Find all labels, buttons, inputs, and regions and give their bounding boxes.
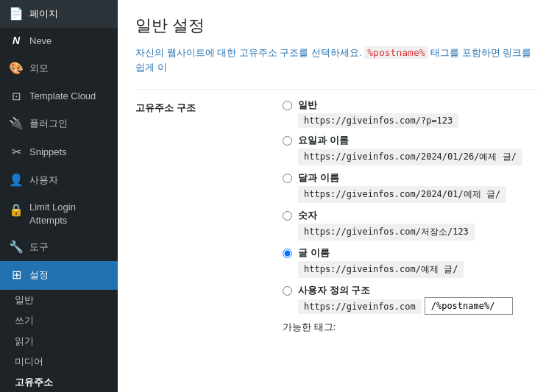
sidebar-item-limit-login[interactable]: 🔒 Limit Login Attempts [0,195,118,233]
postname-tag: %postname% [364,46,427,59]
submenu-item-writing[interactable]: 쓰기 [0,310,118,331]
sidebar-item-plugins[interactable]: 🔌 플러그인 [0,110,118,138]
radio-day-name[interactable] [283,136,292,146]
sidebar-item-page[interactable]: 📄 페이지 [0,0,118,28]
radio-option-plain: 일반 https://giveinfos.com/?p=123 [283,99,539,128]
radio-plain[interactable] [283,101,292,110]
submenu-item-permalink[interactable]: 고유주소 [0,372,118,392]
settings-icon: ⊞ [9,267,24,283]
limit-login-icon: 🔒 [9,202,24,218]
sidebar-item-snippets[interactable]: ✂ Snippets [0,138,118,166]
page-icon: 📄 [9,6,24,22]
main-content: 일반 설정 자신의 웹사이트에 대한 고유주소 구조를 선택하세요. %post… [118,0,557,392]
submenu-item-general[interactable]: 일반 [0,290,118,310]
radio-option-post-name: 글 이름 https://giveinfos.com/예제 글/ [283,246,539,278]
sidebar-item-neve[interactable]: N Neve [0,28,118,54]
radio-postname-label[interactable]: 글 이름 [298,247,330,258]
radio-numeric[interactable] [283,211,292,221]
submenu-item-media[interactable]: 미디어 [0,352,118,372]
radio-postname-url: https://giveinfos.com/예제 글/ [298,261,464,278]
radio-plain-label[interactable]: 일반 [298,99,317,110]
permalink-structure-label: 고유주소 구조 [135,99,283,115]
radio-day-label[interactable]: 요일과 이름 [298,135,349,146]
sidebar-item-tools[interactable]: 🔧 도구 [0,233,118,261]
radio-month-label[interactable]: 달과 이름 [298,172,339,183]
radio-numeric-url: https://giveinfos.com/저장소/123 [298,224,475,240]
permalink-structure-row: 고유주소 구조 일반 https://giveinfos.com/?p=123 … [135,89,539,343]
page-description: 자신의 웹사이트에 대한 고유주소 구조를 선택하세요. %postname% … [135,46,539,74]
custom-url-row: https://giveinfos.com [298,297,513,315]
permalink-options: 일반 https://giveinfos.com/?p=123 요일과 이름 h… [283,99,539,334]
users-icon: 👤 [9,172,24,188]
template-cloud-icon: ⊡ [9,88,24,104]
appearance-icon: 🎨 [9,60,24,76]
radio-option-day-name: 요일과 이름 https://giveinfos.com/2024/01/26/… [283,134,539,165]
radio-day-url: https://giveinfos.com/2024/01/26/예제 글/ [298,149,522,165]
radio-option-numeric: 숫자 https://giveinfos.com/저장소/123 [283,209,539,240]
submenu-item-reading[interactable]: 읽기 [0,331,118,352]
page-title: 일반 설정 [135,15,539,37]
radio-custom[interactable] [283,286,292,296]
radio-month-url: https://giveinfos.com/2024/01/예제 글/ [298,186,506,203]
radio-option-month-name: 달과 이름 https://giveinfos.com/2024/01/예제 글… [283,171,539,203]
sidebar-item-template-cloud[interactable]: ⊡ Template Cloud [0,82,118,110]
radio-custom-base-url: https://giveinfos.com [298,299,422,314]
sidebar-item-appearance[interactable]: 🎨 외모 [0,54,118,82]
radio-post-name[interactable] [283,249,292,258]
radio-option-custom: 사용자 정의 구조 https://giveinfos.com [283,284,539,315]
settings-submenu: 일반 쓰기 읽기 미디어 고유주소 개인정보 보호 [0,290,118,392]
neve-icon: N [9,34,24,49]
tags-label: 가능한 태그: [283,321,539,334]
tools-icon: 🔧 [9,239,24,255]
plugins-icon: 🔌 [9,115,24,132]
radio-custom-label[interactable]: 사용자 정의 구조 [298,285,370,296]
radio-month-name[interactable] [283,174,292,183]
custom-structure-input[interactable] [425,297,513,315]
snippets-icon: ✂ [9,144,24,160]
radio-plain-url: https://giveinfos.com/?p=123 [298,113,458,128]
radio-numeric-label[interactable]: 숫자 [298,210,317,221]
sidebar-item-settings[interactable]: ⊞ 설정 [0,261,118,289]
sidebar: 📄 페이지 N Neve 🎨 외모 ⊡ Template Cloud 🔌 플러그… [0,0,118,392]
sidebar-item-users[interactable]: 👤 사용자 [0,166,118,194]
